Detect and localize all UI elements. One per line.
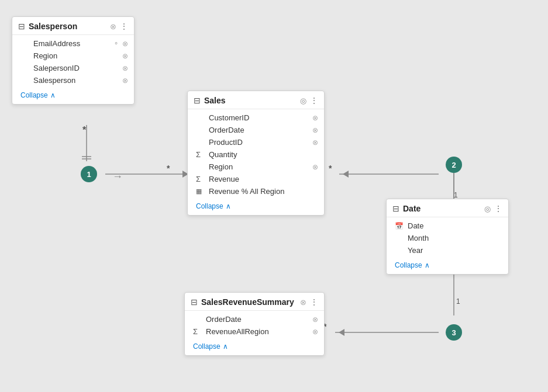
list-item: CustomerID ⊗ (188, 112, 324, 124)
list-item: Σ Quantity (188, 148, 324, 161)
hide-icon[interactable]: ⊗ (312, 163, 318, 171)
date-collapse[interactable]: Collapse ∧ (387, 258, 508, 274)
hide-icon[interactable]: ⊗ (312, 138, 318, 147)
list-item: Region ⊗ (188, 161, 324, 173)
svg-text:1: 1 (454, 191, 458, 199)
hide-icon[interactable]: ⊗ (312, 315, 318, 324)
hide-icon[interactable]: ⊗ (122, 77, 128, 85)
table-icon: ⊟ (194, 96, 201, 105)
sales-table: ⊟ Sales ◎ ⋮ CustomerID ⊗ OrderDate ⊗ Pro… (187, 91, 325, 216)
list-item: OrderDate ⊗ (188, 124, 324, 136)
relationship-node-3[interactable]: 3 (446, 324, 462, 341)
salesrevenuesummary-table: ⊟ SalesRevenueSummary ⊗ ⋮ OrderDate ⊗ Σ … (184, 292, 325, 356)
salesperson-header: ⊟ Salesperson ⊗ ⋮ (12, 17, 134, 35)
sales-header: ⊟ Sales ◎ ⋮ (188, 91, 324, 109)
sales-eye-icon[interactable]: ◎ (300, 97, 306, 105)
svg-text:1: 1 (456, 297, 460, 306)
list-item: Year (387, 244, 508, 256)
list-item: ProductID ⊗ (188, 136, 324, 148)
svg-text:*: * (82, 125, 87, 135)
sales-fields: CustomerID ⊗ OrderDate ⊗ ProductID ⊗ Σ Q… (188, 109, 324, 199)
srs-menu-icon[interactable]: ⋮ (310, 298, 318, 306)
table-icon: ⊟ (191, 297, 198, 307)
list-item: 📅 Date (387, 220, 508, 232)
salesperson-title: Salesperson (29, 22, 106, 31)
sales-collapse[interactable]: Collapse ∧ (188, 199, 324, 215)
salesperson-collapse[interactable]: Collapse ∧ (12, 88, 134, 104)
date-header: ⊟ Date ◎ ⋮ (387, 199, 508, 217)
sales-title: Sales (204, 96, 297, 105)
list-item: Salesperson ⊗ (12, 74, 134, 86)
sales-menu-icon[interactable]: ⋮ (310, 96, 318, 105)
list-item: ▦ Revenue % All Region (188, 185, 324, 197)
salesperson-table: ⊟ Salesperson ⊗ ⋮ EmailAddress ⚬͏ ⊗ Regi… (12, 16, 135, 105)
table-icon: ⊟ (392, 204, 399, 213)
hide-icon[interactable]: ⊗ (122, 40, 128, 48)
hide-icon[interactable]: ⊗ (312, 328, 318, 336)
hide-icon[interactable]: ⊗ (122, 52, 128, 60)
table-icon: ⊟ (18, 22, 25, 31)
relationship-node-1[interactable]: 1 (81, 166, 97, 182)
date-menu-icon[interactable]: ⋮ (494, 204, 502, 213)
svg-text:→: → (112, 171, 123, 182)
list-item: Region ⊗ (12, 50, 134, 62)
hide-icon[interactable]: ⊗ (312, 126, 318, 134)
hide-icon[interactable]: ⊗ (122, 64, 128, 72)
date-table: ⊟ Date ◎ ⋮ 📅 Date Month Year Collapse ∧ (386, 199, 509, 275)
salesperson-menu-icon[interactable]: ⋮ (120, 22, 128, 30)
svg-marker-10 (343, 171, 349, 178)
diagram-canvas: * * → * 1 1 * 1 2 (0, 0, 548, 392)
hide-icon[interactable]: ⊗ (312, 114, 318, 122)
list-item: OrderDate ⊗ (185, 313, 324, 325)
salesperson-hide-icon[interactable]: ⊗ (110, 23, 116, 30)
srs-hide-icon[interactable]: ⊗ (300, 299, 306, 306)
svg-text:*: * (167, 164, 170, 173)
salesrevenuesummary-title: SalesRevenueSummary (201, 297, 297, 307)
salesrevenuesummary-header: ⊟ SalesRevenueSummary ⊗ ⋮ (185, 293, 324, 311)
salesperson-fields: EmailAddress ⚬͏ ⊗ Region ⊗ SalepersonID … (12, 35, 134, 88)
list-item: Σ Revenue (188, 173, 324, 185)
list-item: SalepersonID ⊗ (12, 62, 134, 74)
list-item: Month (387, 232, 508, 244)
list-item: Σ RevenueAllRegion ⊗ (185, 325, 324, 338)
salesrevenuesummary-collapse[interactable]: Collapse ∧ (185, 339, 324, 355)
date-eye-icon[interactable]: ◎ (484, 205, 491, 213)
salesrevenuesummary-fields: OrderDate ⊗ Σ RevenueAllRegion ⊗ (185, 311, 324, 339)
relationship-node-2[interactable]: 2 (446, 157, 462, 173)
list-item: EmailAddress ⚬͏ ⊗ (12, 37, 134, 50)
date-title: Date (403, 204, 481, 213)
svg-text:*: * (329, 164, 332, 173)
svg-marker-17 (339, 329, 344, 336)
date-fields: 📅 Date Month Year (387, 217, 508, 258)
